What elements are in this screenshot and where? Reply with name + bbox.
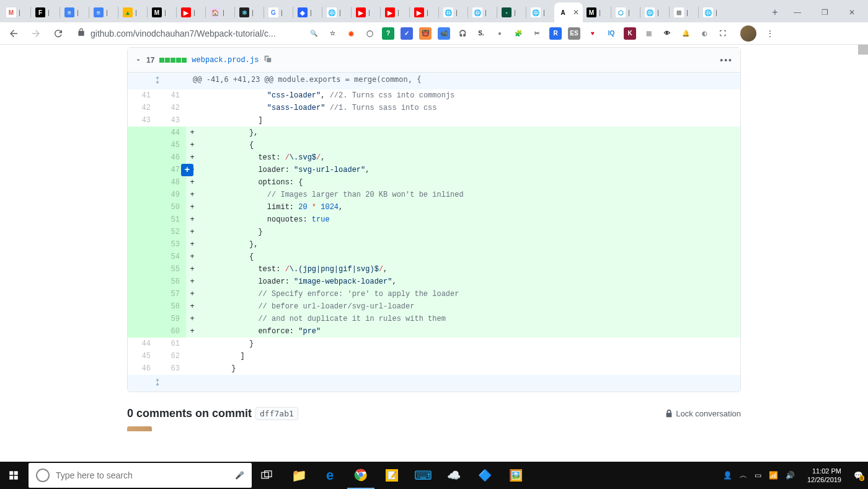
browser-tab[interactable]: ⚛| [236, 2, 263, 22]
hunk-footer[interactable] [128, 375, 740, 392]
new-line-number[interactable]: 42 [157, 102, 186, 114]
extension-icon[interactable]: ◐ [698, 27, 711, 40]
old-line-number[interactable]: 41 [128, 89, 157, 102]
edge-icon[interactable]: e [316, 462, 343, 489]
expand-down-icon[interactable] [128, 375, 187, 392]
browser-tab[interactable]: ▶| [381, 2, 409, 22]
extension-icon[interactable]: 👹 [419, 27, 432, 40]
forward-button[interactable] [27, 25, 45, 42]
extension-icon[interactable]: 📹 [438, 27, 450, 40]
new-line-number[interactable]: 62 [157, 350, 186, 362]
hunk-header[interactable]: @@ -41,6 +41,23 @@ module.exports = merg… [128, 73, 740, 89]
old-line-number[interactable] [128, 251, 157, 263]
new-line-number[interactable]: 55 [157, 263, 186, 276]
browser-tab[interactable]: 🌐| [527, 2, 554, 22]
chrome-icon[interactable] [347, 462, 374, 489]
battery-icon[interactable]: ▭ [755, 471, 761, 480]
search-input[interactable] [56, 470, 229, 480]
old-line-number[interactable]: 45 [128, 350, 157, 362]
new-line-number[interactable]: 54 [157, 251, 186, 263]
browser-tab[interactable]: A✕ [554, 2, 583, 22]
extension-icon[interactable]: 🔍 [308, 27, 320, 40]
new-line-number[interactable]: 41 [157, 89, 186, 102]
browser-tab[interactable]: ▶| [352, 2, 379, 22]
copy-path-icon[interactable] [264, 55, 272, 65]
old-line-number[interactable] [128, 127, 157, 139]
old-line-number[interactable] [128, 189, 157, 201]
keep-icon[interactable]: 📝 [378, 462, 405, 489]
browser-tab[interactable]: ▶| [410, 2, 438, 22]
new-line-number[interactable]: 61 [157, 338, 186, 350]
browser-tab[interactable]: ≡| [61, 2, 88, 22]
old-line-number[interactable] [128, 213, 157, 226]
mic-icon[interactable]: 🎤 [235, 471, 244, 480]
old-line-number[interactable] [128, 226, 157, 238]
extension-icon[interactable]: ⛶ [717, 27, 729, 40]
app-icon-1[interactable]: 🔷 [471, 462, 498, 489]
extension-icon[interactable]: ◉ [345, 27, 357, 40]
browser-tab[interactable]: M| [148, 2, 175, 22]
vscode-icon[interactable]: ⌨ [409, 462, 436, 489]
browser-tab[interactable]: 🌐| [699, 2, 727, 22]
tab-close-icon[interactable]: ✕ [573, 8, 579, 17]
new-line-number[interactable]: 43 [157, 114, 186, 127]
browser-tab[interactable]: 🏠| [206, 2, 234, 22]
wifi-icon[interactable]: 📶 [769, 471, 778, 480]
old-line-number[interactable] [128, 288, 157, 300]
browser-tab[interactable]: M| [2, 2, 30, 22]
app-icon-2[interactable]: 🖼️ [502, 462, 529, 489]
reload-button[interactable] [50, 25, 67, 42]
browser-tab[interactable]: G| [265, 2, 292, 22]
old-line-number[interactable] [128, 325, 157, 338]
task-view-button[interactable] [253, 462, 280, 489]
new-line-number[interactable]: 60 [157, 325, 186, 338]
extension-icon[interactable]: 🧩 [512, 27, 525, 40]
browser-tab[interactable]: F| [32, 2, 59, 22]
browser-tab[interactable]: ▪| [498, 2, 525, 22]
file-explorer-icon[interactable]: 📁 [285, 462, 312, 489]
close-window-button[interactable]: ✕ [838, 2, 866, 22]
add-comment-button[interactable]: + [181, 164, 193, 176]
browser-tab[interactable]: ≡| [90, 2, 117, 22]
browser-tab[interactable]: ⬡| [612, 2, 639, 22]
old-line-number[interactable] [128, 276, 157, 288]
browser-tab[interactable]: 🌐| [323, 2, 350, 22]
clock[interactable]: 11:02 PM 12/26/2019 [802, 467, 846, 484]
back-button[interactable] [5, 25, 22, 42]
volume-icon[interactable]: 🔊 [786, 471, 795, 480]
extension-icon[interactable]: ? [382, 27, 394, 40]
extension-icon[interactable]: ✂ [531, 27, 543, 40]
start-button[interactable] [0, 462, 27, 489]
new-line-number[interactable]: 57 [157, 288, 186, 300]
extension-icon[interactable]: ▦ [642, 27, 655, 40]
extension-icon[interactable]: ES [568, 27, 580, 40]
extension-icon[interactable]: S. [475, 27, 487, 40]
profile-avatar[interactable] [740, 25, 756, 42]
new-line-number[interactable]: 63 [157, 362, 186, 375]
new-line-number[interactable]: 44 [157, 127, 186, 139]
new-line-number[interactable]: 58 [157, 300, 186, 313]
browser-tab[interactable]: 🌐| [469, 2, 496, 22]
onedrive-icon[interactable]: ☁️ [440, 462, 467, 489]
browser-tab[interactable]: ▶| [177, 2, 205, 22]
old-line-number[interactable] [128, 201, 157, 213]
extension-icon[interactable]: K [624, 27, 636, 40]
url-field[interactable]: github.com/vinodchauhan7/Webpack-tutoria… [72, 28, 295, 38]
extension-icon[interactable]: ◯ [363, 27, 376, 40]
browser-tab[interactable]: 🌐| [440, 2, 467, 22]
old-line-number[interactable] [128, 176, 157, 189]
chrome-menu-button[interactable]: ⋮ [761, 25, 779, 42]
old-line-number[interactable] [128, 313, 157, 325]
new-line-number[interactable]: 49 [157, 189, 186, 201]
old-line-number[interactable] [128, 164, 157, 176]
taskbar-search[interactable]: 🎤 [29, 463, 252, 488]
old-line-number[interactable] [128, 263, 157, 276]
browser-tab[interactable]: ⊞| [670, 2, 698, 22]
new-line-number[interactable]: 53 [157, 238, 186, 251]
tray-chevron-icon[interactable]: ︿ [740, 470, 747, 481]
old-line-number[interactable]: 43 [128, 114, 157, 127]
new-line-number[interactable]: 48 [157, 176, 186, 189]
browser-tab[interactable]: ▲| [119, 2, 146, 22]
old-line-number[interactable] [128, 238, 157, 251]
lock-conversation-link[interactable]: Lock conversation [665, 409, 741, 418]
